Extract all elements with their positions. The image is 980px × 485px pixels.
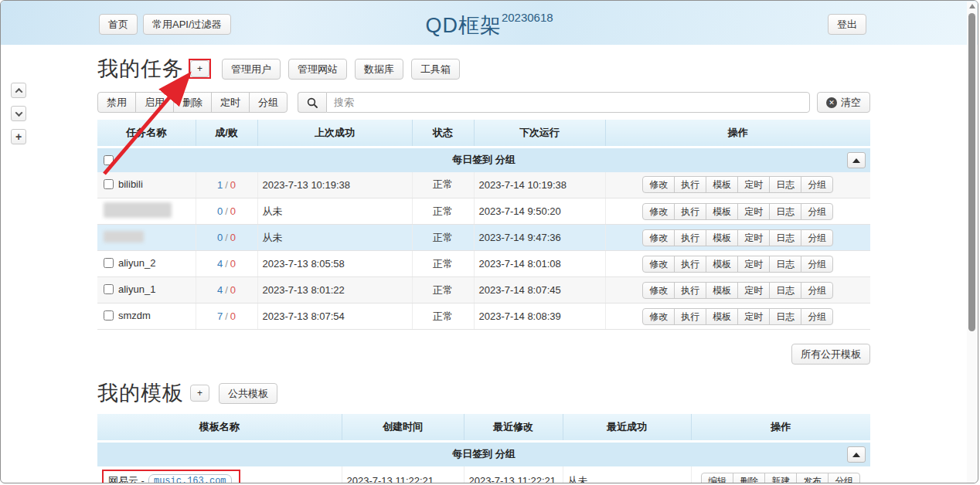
delete-template-button[interactable]: 删除 [733,473,765,484]
log-button[interactable]: 日志 [769,203,801,220]
table-row: aliyun_1 4/0 2023-7-13 8:01:22 正常 2023-7… [97,277,870,304]
group-assign-button[interactable]: 分组 [801,256,833,273]
all-public-templates-button[interactable]: 所有公开模板 [791,344,870,365]
group-assign-button[interactable]: 分组 [801,203,833,220]
disable-button[interactable]: 禁用 [97,92,136,113]
new-button[interactable]: 新建 [764,473,797,484]
modified-cell: 2023-7-13 11:22:21 [464,466,563,484]
modify-button[interactable]: 修改 [642,282,675,299]
row-checkbox[interactable] [104,310,114,321]
log-button[interactable]: 日志 [769,282,801,299]
success-count[interactable]: 1 [217,179,223,191]
collapse-group-button[interactable] [847,152,866,168]
group-assign-button[interactable]: 分组 [801,308,833,325]
scrollbar-thumb[interactable] [968,13,975,331]
fail-count[interactable]: 0 [230,179,236,191]
success-count[interactable]: 7 [217,310,223,322]
run-button[interactable]: 执行 [674,282,706,299]
template-button[interactable]: 模板 [706,282,738,299]
manage-users-button[interactable]: 管理用户 [222,59,281,80]
fail-count[interactable]: 0 [230,232,236,243]
scrollbar[interactable] [967,2,977,483]
timer-button[interactable]: 定时 [737,282,770,299]
fail-count[interactable]: 0 [230,205,236,217]
group-assign-button[interactable]: 分组 [801,229,833,246]
schedule-button[interactable]: 定时 [211,92,250,113]
group-assign-button[interactable]: 分组 [801,282,833,299]
run-button[interactable]: 执行 [674,308,706,325]
redacted-task-name [104,202,172,218]
col-last-success: 上次成功 [257,120,412,148]
add-task-button[interactable]: + [190,60,209,77]
templates-section-title: 我的模板 [97,379,184,407]
group-checkbox[interactable] [104,155,114,165]
fail-count[interactable]: 0 [230,284,236,296]
fail-count[interactable]: 0 [230,310,236,322]
template-button[interactable]: 模板 [706,229,738,246]
next-run-cell: 2023-7-14 8:01:08 [474,251,605,277]
side-float-buttons: + [11,83,26,144]
side-add-button[interactable]: + [11,129,26,144]
success-count[interactable]: 0 [217,232,223,243]
edit-button[interactable]: 编辑 [701,473,733,484]
modify-button[interactable]: 修改 [642,176,675,193]
scroll-up-icon[interactable] [969,4,975,8]
log-button[interactable]: 日志 [769,256,801,273]
template-button[interactable]: 模板 [706,176,738,193]
log-button[interactable]: 日志 [769,176,801,193]
template-button[interactable]: 模板 [706,256,738,273]
log-button[interactable]: 日志 [769,308,801,325]
timer-button[interactable]: 定时 [737,203,770,220]
modify-button[interactable]: 修改 [642,229,675,246]
run-button[interactable]: 执行 [674,256,706,273]
scroll-bottom-button[interactable] [11,106,26,121]
delete-button[interactable]: 删除 [173,92,212,113]
logout-button[interactable]: 登出 [828,14,866,35]
collapse-group-button[interactable] [847,446,866,463]
run-button[interactable]: 执行 [674,176,706,193]
scroll-top-button[interactable] [11,83,26,98]
modify-button[interactable]: 修改 [642,308,675,325]
manage-sites-button[interactable]: 管理网站 [288,59,347,80]
enable-button[interactable]: 启用 [135,92,174,113]
clear-search-button[interactable]: ✕清空 [817,92,870,113]
success-count[interactable]: 4 [217,258,223,270]
row-checkbox[interactable] [104,284,114,294]
row-checkbox[interactable] [104,179,114,189]
run-button[interactable]: 执行 [674,229,706,246]
timer-button[interactable]: 定时 [737,308,770,325]
last-success-cell: 2023-7-13 8:07:54 [257,304,412,330]
chevron-down-icon [15,109,22,117]
modify-button[interactable]: 修改 [642,256,675,273]
log-button[interactable]: 日志 [769,229,801,246]
table-row: 0/0 从未 正常 2023-7-14 9:47:36 修改 执行 模板 定时 … [97,225,870,251]
success-count[interactable]: 0 [217,205,223,217]
timer-button[interactable]: 定时 [737,176,770,193]
toolbox-button[interactable]: 工具箱 [411,59,460,80]
add-template-button[interactable]: + [190,385,209,402]
table-row: smzdm 7/0 2023-7-13 8:07:54 正常 2023-7-14… [97,304,870,330]
publish-button[interactable]: 发布 [796,473,829,484]
group-assign-button[interactable]: 分组 [801,176,833,193]
timer-button[interactable]: 定时 [737,229,770,246]
modify-button[interactable]: 修改 [642,203,675,220]
group-assign-button[interactable]: 分组 [828,473,860,484]
database-button[interactable]: 数据库 [355,59,403,80]
template-button[interactable]: 模板 [706,308,738,325]
group-row: 每日签到 分组 [97,148,870,172]
run-button[interactable]: 执行 [674,203,706,220]
success-count[interactable]: 4 [217,284,223,296]
count-divider: / [225,179,228,191]
last-success-cell: 从未 [257,225,412,251]
status-cell: 正常 [412,172,474,198]
template-site-link[interactable]: music.163.com [148,474,232,484]
timer-button[interactable]: 定时 [737,256,770,273]
public-templates-button[interactable]: 公共模板 [219,383,277,404]
count-divider: / [225,284,228,296]
search-input[interactable] [326,92,810,113]
template-button[interactable]: 模板 [706,203,738,220]
row-checkbox[interactable] [104,258,114,268]
fail-count[interactable]: 0 [230,258,236,270]
group-button[interactable]: 分组 [249,92,288,113]
tasks-table: 任务名称 成/败 上次成功 状态 下次运行 操作 每日签到 分组 [97,120,870,330]
